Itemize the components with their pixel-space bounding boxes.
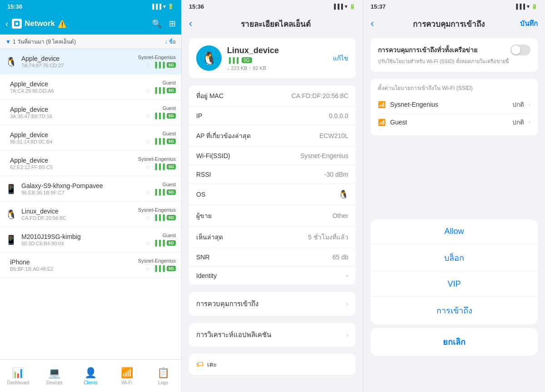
device-item-6[interactable]: 📱 M2010J19SG-kimbig 50:3D:C6:B4:90:04 Gu… <box>0 227 181 253</box>
android-icon-4: 📱 <box>5 184 17 194</box>
status-icons-2: ▐▐▐▾🔋 <box>332 4 356 10</box>
time-2: 15:36 <box>189 3 204 10</box>
ssid-item-0[interactable]: 📶 Sysnet-Engenius ปกติ › <box>378 96 530 114</box>
device-info-1: Apple_device 3A:36:47:B8:7D:16 <box>10 106 145 119</box>
action-sheet-container: Allow บล็อก VIP การเข้าถึง ยกเลิก <box>363 139 545 392</box>
device-network-1: Guest <box>163 105 176 111</box>
signal-1: ▐▐▐ <box>153 113 165 119</box>
star-icon-0: ☆ <box>145 87 151 94</box>
app-analysis-button[interactable]: การวิเคราะห์แอปพลิเคชัน › <box>189 323 356 347</box>
ssid-status-1: ปกติ <box>512 117 524 127</box>
device-network-7: Sysnet-Engenius <box>138 258 176 263</box>
sort-button[interactable]: ↓ ชื่อ <box>165 37 176 46</box>
device-item-4[interactable]: 📱 Galaxy-S9-khxng-Pornpavee 96:EB:36:1B:… <box>0 176 181 202</box>
device-mac-5: CA:FD:DF:20:56:8C <box>21 215 138 221</box>
detail-row-ssid: Wi-Fi(SSID) Sysnet-Engenius <box>189 147 356 165</box>
value-os: 🐧 <box>338 189 348 199</box>
device-mac-4: 96:EB:36:1B:9F:C7 <box>21 190 145 195</box>
detail-row-ip: IP 0.0.0.0 <box>189 107 356 125</box>
back-arrow-3[interactable]: ‹ <box>371 18 374 30</box>
edit-button[interactable]: แก้ไข <box>333 53 348 63</box>
device-right-0: Guest ☆ ▐▐▐ 5G <box>145 80 176 94</box>
back-arrow-2[interactable]: ‹ <box>189 18 192 30</box>
value-snr: 65 db <box>332 253 348 261</box>
panel2-header: ‹ รายละเอียดไคลเอ็นต์ <box>182 13 363 35</box>
device-name-3: Apple_device <box>10 157 138 164</box>
label-snr: SNR <box>196 253 332 261</box>
nav-logs[interactable]: 📋 Logs <box>145 360 181 392</box>
linux-icon-top: 🐧 <box>5 56 17 67</box>
device-right-2: Guest ☆ ▐▐▐ 5G <box>145 131 176 145</box>
back-button-1[interactable]: ‹ <box>5 19 8 29</box>
label-ap: AP ที่เกี่ยวข้องล่าสุด <box>196 131 319 141</box>
device-item-3[interactable]: Apple_device 62:E2:12:FF:B5:C5 Sysnet-En… <box>0 151 181 176</box>
value-ssid: Sysnet-Engenius <box>300 152 348 159</box>
status-bar-3: 15:37 ▐▐▐▾🔋 <box>363 0 545 13</box>
device-item-highlighted[interactable]: 🐧 Apple_device 7A:74:87:76:CD:27 Sysnet-… <box>0 49 181 74</box>
label-seen: เห็นล่าสุด <box>196 232 308 242</box>
device-item-1[interactable]: Apple_device 3A:36:47:B8:7D:16 Guest ☆ ▐… <box>0 100 181 125</box>
detail-row-ap: AP ที่เกี่ยวข้องล่าสุด ECW210L <box>189 125 356 147</box>
label-os: OS <box>196 191 338 198</box>
detail-row-rssi: RSSI -30 dBm <box>189 165 356 184</box>
access-action[interactable]: การเข้าถึง <box>371 297 538 324</box>
detail-row-identity: Identity - <box>189 267 356 285</box>
device-network-2: Guest <box>163 131 176 136</box>
device-item-2[interactable]: Apple_device 96:31:14:8D:0C:B4 Guest ☆ ▐… <box>0 125 181 151</box>
allow-action[interactable]: Allow <box>371 219 538 244</box>
block-action[interactable]: บล็อก <box>371 244 538 272</box>
filter-button[interactable]: ⊞ <box>169 19 176 29</box>
device-right-highlighted: Sysnet-Engenius ☆ ▐▐▐ 5G <box>138 55 176 69</box>
nav-devices[interactable]: 💻 Devices <box>36 360 73 392</box>
device-mac-6: 50:3D:C6:B4:90:04 <box>21 241 145 246</box>
device-right-5: Sysnet-Engenius ☆ ▐▐▐ 5G <box>138 207 176 221</box>
nav-logs-label: Logs <box>158 380 168 385</box>
global-toggle[interactable] <box>510 45 530 55</box>
access-control-button[interactable]: การควบคุมการเข้าถึง › <box>189 292 356 316</box>
device-right-4: Guest ☆ ▐▐▐ 5G <box>145 182 176 196</box>
device-list: 🐧 Apple_device 7A:74:87:76:CD:27 Sysnet-… <box>0 49 181 359</box>
star-icon-4: ☆ <box>145 189 151 196</box>
filter-icon: ▼ <box>5 39 11 45</box>
ssid-name-1: Guest <box>390 119 508 126</box>
device-item-7[interactable]: iPhone B6:BF:1B:A0:49:E2 Sysnet-Engenius… <box>0 253 181 278</box>
star-icon-3: ☆ <box>145 163 151 170</box>
detail-row-seen: เห็นล่าสุด 5 ชั่วโมงที่แล้ว <box>189 227 356 248</box>
device-right-1: Guest ☆ ▐▐▐ 5G <box>145 105 176 119</box>
vip-action[interactable]: VIP <box>371 272 538 297</box>
device-item-5[interactable]: 🐧 Linux_device CA:FD:DF:20:56:8C Sysnet-… <box>0 202 181 227</box>
global-control-section: การควบคุมการเข้าถึงทั่วทั้งเครือข่าย ปรั… <box>371 38 538 72</box>
device-mac-highlighted: 7A:74:87:76:CD:27 <box>21 63 138 68</box>
nav-wifi-label: Wi-Fi <box>122 380 132 385</box>
ssid-item-1[interactable]: 📶 Guest ปกติ › <box>378 114 530 131</box>
device-network-highlighted: Sysnet-Engenius <box>138 55 176 60</box>
band-6: 5G <box>167 240 176 246</box>
device-mac-7: B6:BF:1B:A0:49:E2 <box>10 266 138 272</box>
ssid-status-0: ปกติ <box>512 99 524 109</box>
status-bar-1: 15:36 ▐▐▐ ▾ 🔋 <box>0 0 181 13</box>
filter-text: 1 วันที่ผ่านมา (9 ไคลเอ็นต์) <box>13 37 76 46</box>
nav-dashboard[interactable]: 📊 Dashboard <box>0 360 36 392</box>
client-name-section: Linux_device ▐▐▐ 5G ↓ 223 KB ↑ 92 KB <box>227 46 327 71</box>
panel-network-list: 15:36 ▐▐▐ ▾ 🔋 ‹ Network ⚠️ 🔍 ⊞ ▼ 1 วั <box>0 0 182 392</box>
access-control-label: การควบคุมการเข้าถึง <box>196 298 346 309</box>
client-signal: ▐▐▐ <box>227 57 239 64</box>
device-item-0[interactable]: Apple_device 7A:C4:29:86:DD:A6 Guest ☆ ▐… <box>0 74 181 100</box>
nav-wifi[interactable]: 📶 Wi-Fi <box>109 360 145 392</box>
device-name-0: Apple_device <box>10 80 145 88</box>
value-ap: ECW210L <box>319 132 348 139</box>
detail-row-snr: SNR 65 db <box>189 248 356 267</box>
time-1: 15:36 <box>7 3 22 10</box>
band-badge: 5G <box>167 62 176 68</box>
device-mac-3: 62:E2:12:FF:B5:C5 <box>10 164 138 170</box>
nav-clients-label: Clients <box>84 380 98 385</box>
value-vendor: Other <box>332 212 348 219</box>
save-button[interactable]: บันทึก <box>520 18 538 29</box>
search-button[interactable]: 🔍 <box>152 19 162 29</box>
nav-clients[interactable]: 👤 Clients <box>73 360 109 392</box>
star-icon-5: ☆ <box>145 214 151 221</box>
cancel-action[interactable]: ยกเลิก <box>371 328 538 356</box>
signal-5: ▐▐▐ <box>153 214 165 221</box>
device-name-4: Galaxy-S9-khxng-Pornpavee <box>21 182 145 189</box>
logs-icon: 📋 <box>157 367 169 379</box>
